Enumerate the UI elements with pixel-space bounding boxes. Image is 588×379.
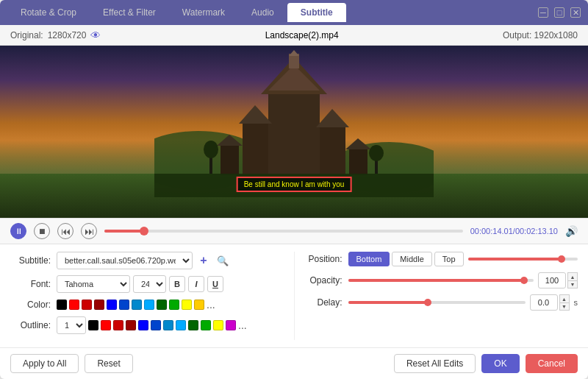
progress-fill	[104, 230, 144, 233]
delay-down-button[interactable]: ▼	[559, 302, 570, 311]
position-slider[interactable]	[468, 258, 578, 261]
search-subtitle-button[interactable]: 🔍	[215, 252, 231, 269]
svg-marker-6	[289, 50, 299, 56]
outline-swatch-0[interactable]	[88, 320, 98, 330]
stop-button[interactable]: ⏹	[34, 223, 50, 239]
tab-rotate-crop[interactable]: Rotate & Crop	[7, 3, 90, 22]
playback-controls: ⏸ ⏹ ⏮ ⏭ 00:00:14.01/00:02:13.10 🔊	[0, 218, 588, 244]
tab-watermark[interactable]: Watermark	[169, 3, 238, 22]
delay-spin: ▲ ▼	[559, 294, 570, 311]
next-frame-button[interactable]: ⏭	[81, 223, 97, 239]
opacity-value: 100	[538, 272, 566, 288]
video-preview-area: Be still and know I am with you	[0, 46, 588, 218]
opacity-slider[interactable]	[348, 279, 534, 282]
bold-button[interactable]: B	[169, 276, 185, 292]
subtitle-file-select[interactable]: better.call.saul.s05e06.720p.web.h264-xl…	[57, 252, 193, 269]
opacity-spin: ▲ ▼	[567, 272, 578, 288]
reset-button[interactable]: Reset	[85, 354, 132, 373]
apply-all-button[interactable]: Apply to All	[10, 354, 79, 373]
reset-all-edits-button[interactable]: Reset All Edits	[394, 354, 476, 373]
color-swatch-10[interactable]	[182, 300, 192, 310]
outline-swatch-11[interactable]	[226, 320, 236, 330]
color-swatch-9[interactable]	[169, 300, 179, 310]
title-bar: Rotate & Crop Effect & Filter Watermark …	[0, 0, 588, 25]
color-swatch-11[interactable]	[194, 300, 204, 310]
outline-swatch-2[interactable]	[113, 320, 123, 330]
color-row: Color: ...	[10, 299, 287, 311]
color-swatch-3[interactable]	[94, 300, 104, 310]
close-button[interactable]: ✕	[570, 7, 581, 18]
volume-icon[interactable]: 🔊	[565, 225, 578, 237]
opacity-slider-thumb	[520, 277, 528, 284]
outline-swatch-6[interactable]	[163, 320, 173, 330]
position-middle-button[interactable]: Middle	[392, 252, 431, 266]
maximize-button[interactable]: □	[554, 7, 564, 18]
color-swatch-8[interactable]	[157, 300, 167, 310]
color-swatch-5[interactable]	[119, 300, 129, 310]
delay-unit: s	[574, 298, 578, 307]
opacity-label: Opacity:	[302, 275, 343, 286]
prev-frame-button[interactable]: ⏮	[57, 223, 74, 239]
svg-rect-9	[320, 127, 345, 175]
outline-select[interactable]: 1	[57, 316, 86, 334]
outline-swatch-5[interactable]	[151, 320, 161, 330]
delay-slider[interactable]	[348, 301, 526, 304]
font-label: Font:	[10, 279, 51, 289]
filename: Landscape(2).mp4	[265, 30, 339, 40]
time-display: 00:00:14.01/00:02:13.10	[470, 227, 558, 235]
outline-swatch-1[interactable]	[101, 320, 111, 330]
underline-button[interactable]: U	[207, 276, 223, 292]
italic-button[interactable]: I	[188, 276, 204, 292]
color-swatch-2[interactable]	[82, 300, 92, 310]
svg-marker-8	[239, 105, 272, 124]
font-select[interactable]: Tahoma	[57, 275, 130, 293]
progress-bar[interactable]	[104, 230, 463, 233]
opacity-up-button[interactable]: ▲	[567, 272, 578, 280]
outline-swatch-4[interactable]	[138, 320, 148, 330]
delay-value: 0.0	[530, 294, 558, 311]
color-swatch-6[interactable]	[132, 300, 142, 310]
position-bottom-button[interactable]: Bottom	[348, 252, 390, 266]
tab-effect-filter[interactable]: Effect & Filter	[90, 3, 169, 22]
tab-bar: Rotate & Crop Effect & Filter Watermark …	[7, 3, 346, 22]
pause-button[interactable]: ⏸	[10, 223, 26, 239]
progress-area	[104, 230, 463, 233]
delay-row: Delay: 0.0 ▲ ▼ s	[302, 294, 578, 311]
add-subtitle-button[interactable]: +	[196, 252, 212, 269]
font-size-select[interactable]: 24	[133, 275, 166, 293]
outline-swatch-3[interactable]	[126, 320, 136, 330]
eye-icon[interactable]: 👁	[90, 29, 101, 41]
outline-swatch-8[interactable]	[188, 320, 198, 330]
color-swatch-0[interactable]	[57, 300, 67, 310]
tab-audio[interactable]: Audio	[238, 3, 287, 22]
subtitle-row: Subtitle: better.call.saul.s05e06.720p.w…	[10, 252, 287, 269]
position-top-button[interactable]: Top	[434, 252, 464, 266]
color-swatch-4[interactable]	[107, 300, 117, 310]
settings-panel: Subtitle: better.call.saul.s05e06.720p.w…	[0, 244, 588, 347]
color-swatch-1[interactable]	[69, 300, 79, 310]
position-group: Bottom Middle Top	[348, 252, 464, 266]
ok-button[interactable]: OK	[481, 354, 519, 373]
opacity-slider-fill	[348, 279, 525, 282]
tab-subtitle[interactable]: Subtitle	[287, 3, 346, 22]
opacity-down-button[interactable]: ▼	[567, 280, 578, 288]
bottom-left-buttons: Apply to All Reset	[10, 354, 133, 373]
temple-silhouette	[154, 50, 434, 197]
window-controls: ─ □ ✕	[538, 7, 581, 18]
svg-marker-14	[345, 138, 371, 149]
delay-up-button[interactable]: ▲	[559, 294, 570, 302]
minimize-button[interactable]: ─	[538, 7, 548, 18]
outline-more-button[interactable]: ...	[238, 319, 247, 331]
outline-row: Outline: 1	[10, 316, 287, 334]
position-slider-thumb	[558, 255, 565, 263]
outline-swatch-9[interactable]	[201, 320, 211, 330]
main-window: Rotate & Crop Effect & Filter Watermark …	[0, 0, 588, 379]
color-swatch-7[interactable]	[144, 300, 154, 310]
outline-swatch-7[interactable]	[176, 320, 186, 330]
outline-swatch-10[interactable]	[213, 320, 223, 330]
position-label: Position:	[302, 254, 343, 264]
color-more-button[interactable]: ...	[207, 299, 215, 311]
cancel-button[interactable]: Cancel	[526, 354, 578, 373]
original-label: Original:	[10, 30, 43, 40]
original-value: 1280x720	[48, 30, 87, 40]
